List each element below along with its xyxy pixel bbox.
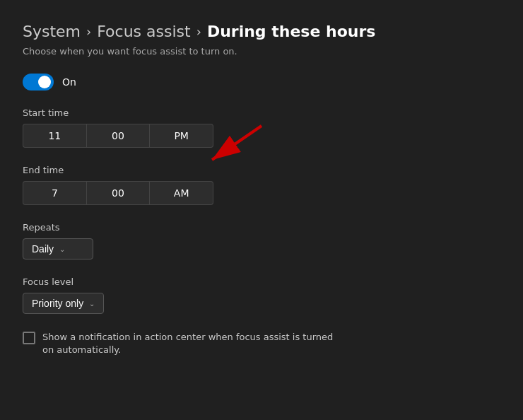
notification-checkbox-label: Show a notification in action center whe… (42, 331, 346, 356)
toggle-label: On (62, 76, 76, 88)
start-time-label: Start time (23, 107, 500, 118)
breadcrumb-system[interactable]: System (23, 23, 81, 40)
repeats-label: Repeats (23, 222, 500, 233)
end-time-hour[interactable]: 7 (23, 181, 86, 205)
start-time-hour[interactable]: 11 (23, 124, 86, 148)
focus-assist-toggle[interactable] (23, 74, 54, 91)
end-time-section: End time 7 00 AM (23, 165, 500, 205)
focus-level-label: Focus level (23, 276, 500, 287)
end-time-row: 7 00 AM (23, 181, 213, 205)
notification-checkbox[interactable] (23, 332, 35, 344)
page-subtitle: Choose when you want focus assist to tur… (23, 46, 500, 57)
repeats-section: Repeats Daily ⌄ (23, 222, 500, 259)
toggle-knob (38, 76, 51, 88)
start-time-period[interactable]: PM (150, 124, 213, 148)
start-time-section: Start time 11 00 PM (23, 107, 500, 148)
start-time-row: 11 00 PM (23, 124, 213, 148)
end-time-minute[interactable]: 00 (86, 181, 151, 205)
breadcrumb-during-hours: During these hours (207, 23, 376, 40)
chevron-down-icon: ⌄ (59, 245, 65, 253)
repeats-dropdown[interactable]: Daily ⌄ (23, 238, 93, 259)
focus-level-section: Focus level Priority only ⌄ (23, 276, 500, 314)
notification-checkbox-row: Show a notification in action center whe… (23, 331, 500, 356)
focus-level-value: Priority only (32, 298, 83, 309)
start-time-minute[interactable]: 00 (86, 124, 151, 148)
chevron-down-icon-2: ⌄ (89, 300, 95, 308)
breadcrumb-focus-assist[interactable]: Focus assist (97, 23, 190, 40)
repeats-value: Daily (32, 243, 54, 255)
breadcrumb: System › Focus assist › During these hou… (23, 23, 500, 40)
breadcrumb-separator-1: › (86, 24, 91, 39)
toggle-row: On (23, 74, 500, 91)
focus-level-dropdown[interactable]: Priority only ⌄ (23, 293, 104, 314)
end-time-period[interactable]: AM (150, 181, 213, 205)
breadcrumb-separator-2: › (196, 24, 201, 39)
end-time-label: End time (23, 165, 500, 175)
